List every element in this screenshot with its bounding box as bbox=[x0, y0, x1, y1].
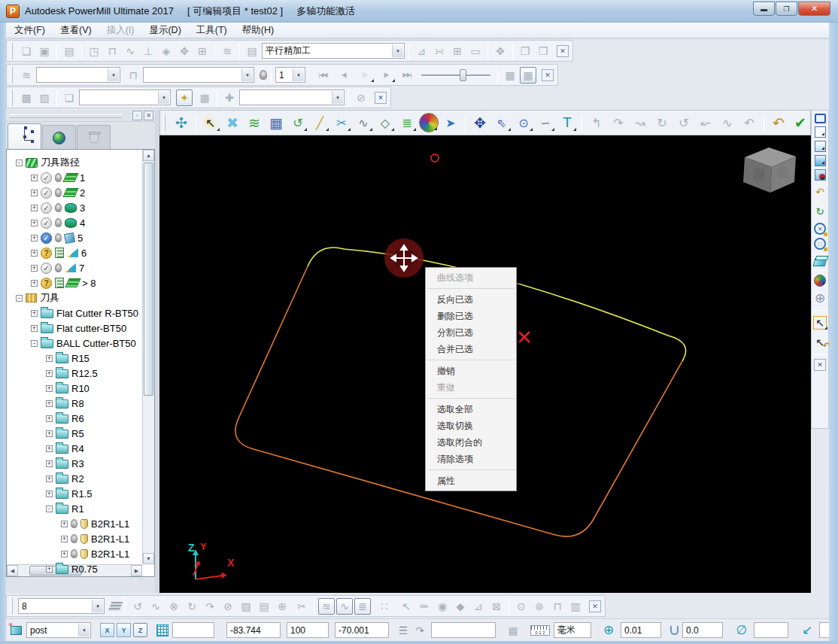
save-project-icon[interactable]: ▣ bbox=[36, 43, 53, 59]
toolpath-list-icon[interactable]: ▤ bbox=[256, 598, 272, 615]
select-circle-icon[interactable]: ⊙ bbox=[514, 113, 533, 132]
ball-tool-icon[interactable] bbox=[80, 519, 88, 529]
toolpath-copy-icon[interactable]: ⊕ bbox=[274, 598, 290, 615]
expand-toggle[interactable]: + bbox=[46, 355, 53, 362]
view-undo-icon[interactable]: ↶ bbox=[812, 184, 828, 200]
tree-item[interactable]: +B2R1-L1 bbox=[61, 516, 129, 531]
dropdown-arrow-icon[interactable]: ▾ bbox=[241, 68, 253, 81]
calculated-icon[interactable]: ✓ bbox=[41, 217, 52, 229]
minimize-button[interactable]: ▬ bbox=[753, 2, 775, 16]
play-icon[interactable]: ▷ bbox=[355, 67, 375, 84]
viewport-3d[interactable]: Z Y X 曲线选项反向已选删除已选分割已选合并已选撤销重做选取全部选取切换选取… bbox=[159, 135, 811, 593]
context-menu-item[interactable]: 合并已选 bbox=[426, 341, 516, 357]
raster-toolpath-icon[interactable] bbox=[62, 188, 78, 197]
delete-blue-icon[interactable]: ✖ bbox=[223, 113, 242, 132]
bulb-icon[interactable] bbox=[55, 188, 62, 197]
tree-item[interactable]: -BALL Cutter-BT50 bbox=[31, 336, 136, 351]
tree-item[interactable]: +B2R1-L1 bbox=[61, 546, 129, 561]
probe-icon[interactable]: ⊚ bbox=[531, 598, 548, 615]
expand-toggle[interactable]: + bbox=[31, 325, 38, 332]
grid-size-field[interactable] bbox=[172, 622, 214, 638]
close-button[interactable]: ✕ bbox=[798, 2, 830, 16]
expand-toggle[interactable]: + bbox=[46, 430, 53, 437]
text-icon[interactable]: T bbox=[557, 113, 577, 132]
expand-toggle[interactable]: + bbox=[31, 190, 38, 196]
close-main-toolbar-button[interactable]: ✕ bbox=[557, 45, 569, 57]
tree-item[interactable]: +R0.75 bbox=[46, 561, 98, 576]
post-combo[interactable]: post▾ bbox=[26, 622, 91, 638]
tree-item[interactable]: +R15 bbox=[46, 351, 90, 366]
toggle-shade-3-icon[interactable]: ≣ bbox=[354, 598, 371, 615]
bulb-icon[interactable] bbox=[260, 70, 267, 80]
expand-toggle[interactable]: + bbox=[31, 220, 38, 226]
select-cursor-icon[interactable]: ↖ bbox=[201, 113, 220, 132]
cube-wireframe-small-icon[interactable]: ◇ bbox=[375, 113, 395, 132]
levels-tab[interactable] bbox=[42, 125, 76, 150]
raster-toolpath-icon[interactable] bbox=[62, 173, 78, 182]
open-nc-folder-icon[interactable]: ❏ bbox=[61, 90, 77, 106]
tools-icon[interactable] bbox=[26, 293, 37, 302]
link-icon[interactable]: ↷ bbox=[411, 622, 428, 639]
flat-icon[interactable]: ⊠ bbox=[488, 598, 505, 615]
zoom-tool-icon[interactable]: ⊙ bbox=[513, 598, 530, 615]
context-menu-item[interactable]: 选取切换 bbox=[426, 418, 516, 434]
tree-item[interactable]: -刀具 bbox=[16, 290, 59, 305]
toolpaths-icon[interactable] bbox=[26, 158, 38, 168]
slope-icon[interactable]: ◆ bbox=[452, 598, 469, 615]
point-edit-icon[interactable]: ↰ bbox=[587, 113, 606, 132]
ruler-units-icon[interactable]: 0 1 2 bbox=[530, 625, 550, 636]
machine-compare-icon[interactable]: ▦ bbox=[502, 67, 518, 84]
machine-icon[interactable]: ▦ bbox=[196, 90, 213, 106]
toolbar-grip[interactable] bbox=[11, 67, 13, 84]
spline-icon[interactable]: ∽ bbox=[536, 113, 555, 132]
cube-shaded-icon[interactable] bbox=[815, 155, 826, 166]
speed-slider[interactable] bbox=[418, 68, 493, 83]
strategy-combo[interactable]: 平行精加工▾ bbox=[262, 43, 405, 59]
title-bar[interactable]: P Autodesk PowerMill Ultimate 2017 [ 可编辑… bbox=[0, 0, 838, 23]
folder-icon[interactable] bbox=[56, 475, 68, 484]
expand-toggle[interactable]: + bbox=[61, 551, 68, 557]
tree-item[interactable]: +R6 bbox=[46, 411, 84, 426]
accept-icon[interactable]: ✔ bbox=[791, 113, 810, 132]
collapse-toggle[interactable]: - bbox=[16, 295, 23, 302]
limit-icon[interactable]: ≣ bbox=[397, 113, 417, 132]
leads-icon[interactable]: ≋ bbox=[18, 67, 35, 84]
block-status-icon[interactable] bbox=[11, 626, 22, 635]
points-icon[interactable]: ∷ bbox=[376, 598, 393, 615]
ball-tool-icon[interactable] bbox=[80, 534, 88, 544]
folder-icon[interactable] bbox=[56, 384, 68, 393]
tree-item[interactable]: +✓5 bbox=[31, 230, 83, 245]
context-menu-item[interactable]: 分割已选 bbox=[426, 324, 516, 341]
folder-icon[interactable] bbox=[56, 430, 68, 439]
folder-icon[interactable] bbox=[41, 339, 53, 348]
bulb-icon[interactable] bbox=[71, 519, 77, 528]
palette-icon[interactable] bbox=[419, 113, 439, 132]
toolpath-cut-icon[interactable]: ✂ bbox=[293, 598, 310, 615]
constant-z-toolpath-icon[interactable] bbox=[65, 218, 77, 228]
folder-icon[interactable] bbox=[56, 460, 68, 469]
page-spin[interactable]: 1▾ bbox=[275, 67, 305, 83]
renumber-icon[interactable]: ↻ bbox=[652, 113, 672, 132]
ball-display-icon[interactable]: ◉ bbox=[434, 598, 451, 615]
expand-toggle[interactable]: + bbox=[46, 475, 53, 482]
expand-toggle[interactable]: + bbox=[31, 280, 38, 287]
axis-y-icon[interactable]: Y bbox=[117, 623, 131, 637]
context-menu-item[interactable]: 清除选项 bbox=[426, 451, 516, 467]
folder-icon[interactable] bbox=[41, 324, 53, 333]
leads-combo[interactable]: ▾ bbox=[36, 67, 120, 83]
expand-toggle[interactable]: + bbox=[46, 370, 53, 377]
tolerance-icon[interactable]: ⊕ bbox=[600, 622, 617, 639]
dropdown-arrow-icon[interactable]: ▾ bbox=[92, 600, 103, 612]
tool-icon[interactable]: ⊓ bbox=[125, 67, 141, 84]
dropdown-arrow-icon[interactable]: ▾ bbox=[158, 91, 169, 104]
nc-program-icon[interactable]: ▩ bbox=[18, 90, 35, 106]
coord-x-field[interactable]: -83.744 bbox=[226, 622, 281, 638]
recycle-bin-tab[interactable] bbox=[77, 125, 111, 150]
folder-icon[interactable] bbox=[56, 565, 68, 574]
thickness-field[interactable]: 0.0 bbox=[682, 622, 723, 638]
tree-item[interactable]: +B2R1-L1 bbox=[61, 531, 129, 546]
slider-thumb[interactable] bbox=[460, 69, 466, 81]
toolpath-move-icon[interactable]: ↺ bbox=[129, 598, 146, 615]
tree-item[interactable]: +✓4 bbox=[31, 215, 85, 230]
go-end-icon[interactable]: ▶▶| bbox=[397, 67, 417, 84]
